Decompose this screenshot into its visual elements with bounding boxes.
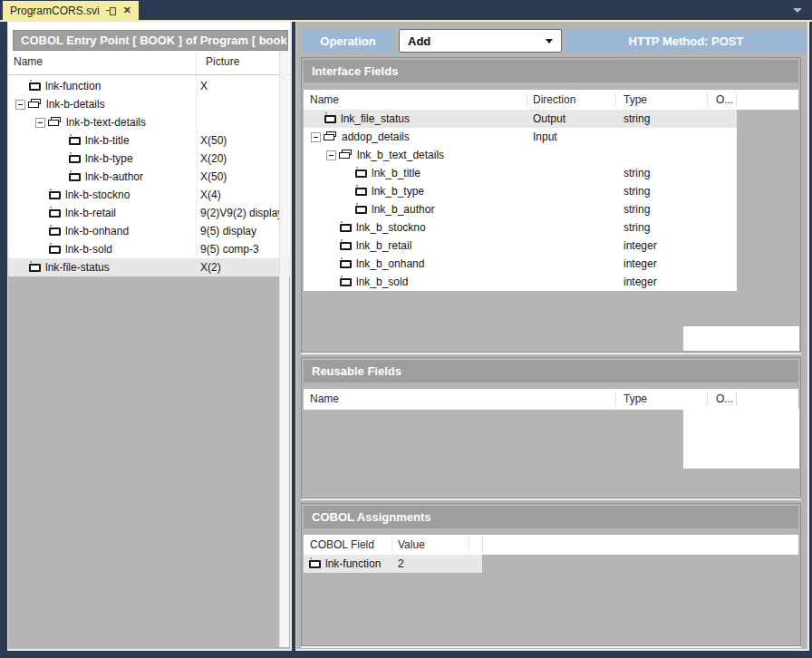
interface-fields-column-header: Name Direction Type O...: [304, 90, 798, 111]
operation-dropdown[interactable]: Add: [399, 29, 562, 53]
tree-row[interactable]: lnk-b-text-details: [8, 113, 290, 131]
operation-mapping-panel: Operation Add HTTP Method: POST Interfac…: [295, 22, 809, 651]
indent-spacer: [8, 122, 35, 123]
cell-picture: X(2): [200, 258, 221, 276]
tree-row[interactable]: lnk-b-details: [8, 95, 290, 113]
indent-spacer: [304, 191, 342, 192]
column-header-name[interactable]: Name: [14, 55, 43, 68]
tree-row[interactable]: lnk-b-sold9(5) comp-3: [8, 240, 290, 258]
tree-row[interactable]: lnk-b-onhand9(5) display: [8, 222, 290, 240]
tree-row[interactable]: addop_detailsInput: [304, 128, 737, 146]
tree-row[interactable]: lnk_b_soldinteger: [304, 273, 737, 291]
tree-row[interactable]: lnk_b_onhandinteger: [304, 255, 737, 273]
cobol-entry-point-header: COBOL Entry Point [ BOOK ] of Program [ …: [13, 30, 288, 51]
http-method-badge: HTTP Method: POST: [566, 30, 807, 53]
tree-collapse-toggle[interactable]: [311, 132, 321, 142]
column-header-value[interactable]: Value: [398, 538, 425, 551]
field-name: lnk_b_retail: [356, 239, 411, 252]
cell-direction: Output: [533, 110, 566, 128]
interface-fields-title: Interface Fields: [304, 60, 798, 82]
close-icon[interactable]: ✕: [123, 5, 131, 15]
group-record-icon: [28, 99, 43, 110]
tree-collapse-toggle[interactable]: [35, 118, 45, 128]
cell-picture: 9(5) comp-3: [200, 240, 259, 258]
assignment-value: 2: [398, 555, 404, 573]
left-panel-top-area: COBOL Entry Point [ BOOK ] of Program [ …: [8, 22, 290, 51]
field-icon: [340, 242, 352, 250]
column-header-direction[interactable]: Direction: [533, 93, 575, 106]
group-record-icon: [48, 117, 63, 128]
reusable-fields-section: Reusable Fields Name Type O...: [301, 357, 801, 498]
tree-row[interactable]: lnk-b-titleX(50): [8, 131, 290, 150]
field-icon: [69, 155, 81, 163]
column-divider: [707, 392, 708, 407]
tree-collapse-toggle[interactable]: [15, 100, 25, 110]
left-panel-scrollbar[interactable]: [279, 51, 289, 647]
cell-picture: X(20): [200, 150, 227, 168]
indent-spacer: [8, 177, 55, 178]
tab-list-dropdown-icon[interactable]: [793, 8, 802, 13]
tree-row[interactable]: lnk-file-statusX(2): [8, 258, 290, 276]
cell-picture: X(50): [200, 168, 227, 186]
tree-row[interactable]: lnk_b_stocknostring: [304, 218, 737, 237]
tree-row[interactable]: lnk-b-typeX(20): [8, 150, 290, 168]
operation-label: Operation: [303, 30, 393, 53]
document-tab[interactable]: ProgramCORS.svi ✕: [3, 1, 139, 20]
tree-row[interactable]: lnk_b_titlestring: [304, 164, 737, 182]
cobol-structure-table: Name Picture lnk-functionXlnk-b-detailsl…: [8, 51, 290, 276]
tree-row[interactable]: lnk-b-authorX(50): [8, 168, 290, 186]
operation-dropdown-value: Add: [408, 34, 430, 48]
tree-row[interactable]: lnk_b_typestring: [304, 182, 737, 200]
cobol-entry-point-panel: COBOL Entry Point [ BOOK ] of Program [ …: [7, 22, 292, 651]
field-name: lnk_b_stockno: [356, 221, 426, 234]
tab-strip: ProgramCORS.svi ✕: [0, 0, 812, 20]
column-header-occurs[interactable]: O...: [716, 392, 733, 405]
column-divider: [615, 92, 616, 107]
indent-spacer: [8, 231, 35, 232]
assignment-row[interactable]: lnk-function2: [304, 555, 482, 573]
indent-spacer: [8, 267, 15, 268]
field-name: lnk_b_type: [372, 185, 424, 198]
tree-row[interactable]: lnk_file_statusOutputstring: [304, 110, 737, 128]
cell-picture: X(50): [200, 131, 227, 150]
column-header-name[interactable]: Name: [310, 392, 339, 405]
field-name: lnk_b_sold: [356, 276, 408, 288]
indent-spacer: [304, 173, 342, 174]
column-header-type[interactable]: Type: [624, 392, 647, 405]
cobol-assignments-rows: lnk-function2: [304, 555, 482, 573]
field-icon: [29, 82, 41, 91]
column-header-picture[interactable]: Picture: [206, 55, 239, 68]
column-header-cobol-field[interactable]: COBOL Field: [310, 538, 374, 551]
indent-spacer: [8, 104, 15, 105]
tree-row[interactable]: lnk_b_authorstring: [304, 200, 737, 218]
column-header-name[interactable]: Name: [310, 93, 339, 106]
cell-type: string: [624, 110, 650, 128]
field-name: lnk-b-sold: [65, 243, 112, 256]
cell-direction: Input: [533, 128, 557, 146]
indent-spacer: [8, 195, 35, 196]
column-divider: [392, 537, 392, 552]
tree-row[interactable]: lnk_b_retailinteger: [304, 237, 737, 255]
field-name: lnk-b-title: [85, 134, 130, 147]
pin-icon[interactable]: [106, 5, 117, 16]
reusable-fields-empty-area: [683, 409, 799, 469]
field-name: lnk_b_title: [372, 167, 420, 179]
column-header-occurs[interactable]: O...: [716, 93, 733, 106]
tree-collapse-toggle[interactable]: [326, 150, 336, 160]
indent-spacer: [8, 86, 15, 87]
tree-row[interactable]: lnk-functionX: [8, 77, 290, 95]
tab-title: ProgramCORS.svi: [10, 5, 100, 17]
tree-row[interactable]: lnk_b_text_details: [304, 146, 737, 164]
cell-type: integer: [624, 273, 657, 291]
tree-row[interactable]: lnk-b-stocknoX(4): [8, 186, 290, 204]
cobol-table-column-header: Name Picture: [8, 51, 290, 75]
column-divider: [615, 392, 616, 407]
cell-picture: 9(5) display: [200, 222, 256, 240]
tree-row[interactable]: lnk-b-retail9(2)V9(2) display: [8, 204, 290, 222]
cobol-assignments-title: COBOL Assignments: [304, 506, 798, 528]
field-icon: [49, 209, 61, 218]
field-icon: [49, 191, 61, 199]
column-header-type[interactable]: Type: [624, 93, 647, 106]
field-icon: [324, 115, 336, 123]
chevron-down-icon: [546, 39, 553, 44]
